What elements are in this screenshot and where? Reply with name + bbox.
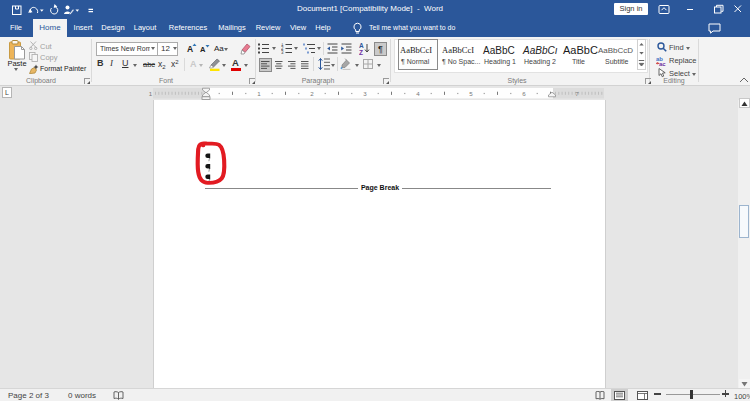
svg-text:7: 7 (575, 90, 579, 97)
svg-text:A: A (359, 42, 364, 49)
svg-text:4: 4 (416, 90, 420, 97)
svg-text:1: 1 (149, 90, 153, 97)
svg-text:2: 2 (310, 90, 314, 97)
svg-text:Z: Z (359, 49, 363, 55)
svg-text:3: 3 (363, 90, 367, 97)
svg-text:1: 1 (257, 90, 261, 97)
svg-text:3: 3 (281, 50, 284, 54)
svg-text:6: 6 (522, 90, 526, 97)
svg-text:ac: ac (659, 61, 666, 66)
svg-text:5: 5 (469, 90, 473, 97)
